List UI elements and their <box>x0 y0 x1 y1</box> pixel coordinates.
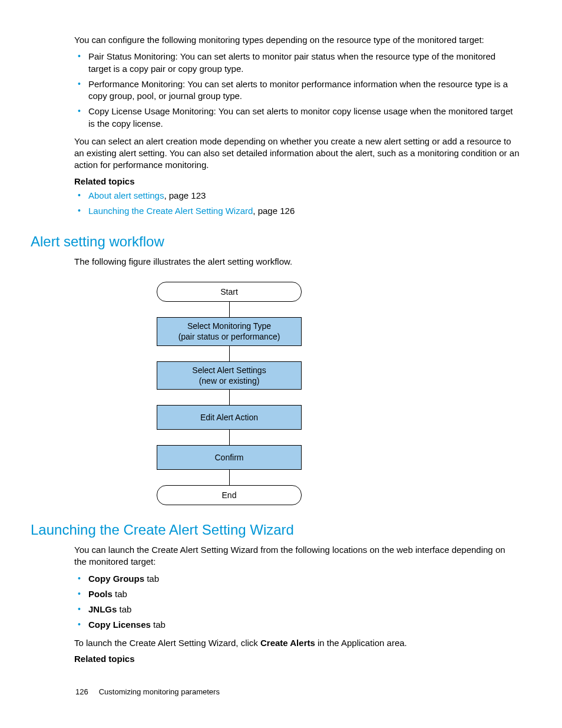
flow-connector <box>229 346 230 361</box>
tab-suffix: tab <box>113 589 127 599</box>
workflow-para: The following figure illustrates the ale… <box>74 256 520 268</box>
tab-name: Copy Groups <box>88 574 144 584</box>
tab-name: Pools <box>88 589 113 599</box>
page-footer: 126Customizing monitoring parameters <box>75 687 220 696</box>
launching-para-2: To launch the Create Alert Setting Wizar… <box>74 637 520 649</box>
link-launching-wizard[interactable]: Launching the Create Alert Setting Wizar… <box>88 206 253 216</box>
tabs-list: Copy Groups tab Pools tab JNLGs tab Copy… <box>74 573 520 631</box>
link-about-alert-settings[interactable]: About alert settings <box>88 190 164 200</box>
workflow-flowchart: Start Select Monitoring Type (pair statu… <box>157 282 302 505</box>
heading-alert-setting-workflow: Alert setting workflow <box>31 233 520 250</box>
workflow-section: The following figure illustrates the ale… <box>74 256 520 505</box>
text-fragment: in the Application area. <box>315 638 407 648</box>
flow-step-select-settings: Select Alert Settings (new or existing) <box>157 361 302 390</box>
list-item: Pools tab <box>74 588 520 600</box>
intro-para-2: You can select an alert creation mode de… <box>74 136 520 172</box>
tab-suffix: tab <box>144 574 159 584</box>
related-topics-label: Related topics <box>74 176 520 186</box>
text-fragment: To launch the Create Alert Setting Wizar… <box>74 638 260 648</box>
page-ref: , page 123 <box>164 190 206 200</box>
related-topics-label: Related topics <box>74 654 520 664</box>
list-item: Copy Groups tab <box>74 573 520 585</box>
list-item: Copy Licenses tab <box>74 619 520 631</box>
flow-connector <box>229 430 230 445</box>
list-item: Copy License Usage Monitoring: You can s… <box>74 106 520 130</box>
intro-section: You can configure the following monitori… <box>74 34 520 217</box>
page-number: 126 <box>75 687 88 696</box>
flow-step-edit-action: Edit Alert Action <box>157 405 302 430</box>
page: You can configure the following monitori… <box>0 0 562 728</box>
tab-suffix: tab <box>151 620 166 630</box>
flow-connector <box>229 390 230 405</box>
page-ref: , page 126 <box>253 206 295 216</box>
list-item: About alert settings, page 123 <box>74 190 520 202</box>
list-item: Performance Monitoring: You can set aler… <box>74 78 520 103</box>
launching-section: You can launch the Create Alert Setting … <box>74 544 520 664</box>
flow-step-confirm: Confirm <box>157 445 302 470</box>
footer-title: Customizing monitoring parameters <box>99 687 220 696</box>
create-alerts-bold: Create Alerts <box>260 638 315 648</box>
flow-step-select-type: Select Monitoring Type (pair status or p… <box>157 317 302 345</box>
tab-name: Copy Licenses <box>88 620 151 630</box>
list-item: Pair Status Monitoring: You can set aler… <box>74 51 520 75</box>
related-topics-list: About alert settings, page 123 Launching… <box>74 190 520 218</box>
flow-connector <box>229 302 230 317</box>
intro-para-1: You can configure the following monitori… <box>74 34 520 46</box>
tab-name: JNLGs <box>88 604 117 614</box>
flow-end: End <box>157 485 302 505</box>
flow-connector <box>229 470 230 485</box>
heading-launching-wizard: Launching the Create Alert Setting Wizar… <box>31 522 520 538</box>
monitoring-types-list: Pair Status Monitoring: You can set aler… <box>74 51 520 130</box>
list-item: Launching the Create Alert Setting Wizar… <box>74 205 520 217</box>
tab-suffix: tab <box>117 604 131 614</box>
list-item: JNLGs tab <box>74 604 520 615</box>
flow-start: Start <box>157 282 302 302</box>
launching-para-1: You can launch the Create Alert Setting … <box>74 544 520 568</box>
